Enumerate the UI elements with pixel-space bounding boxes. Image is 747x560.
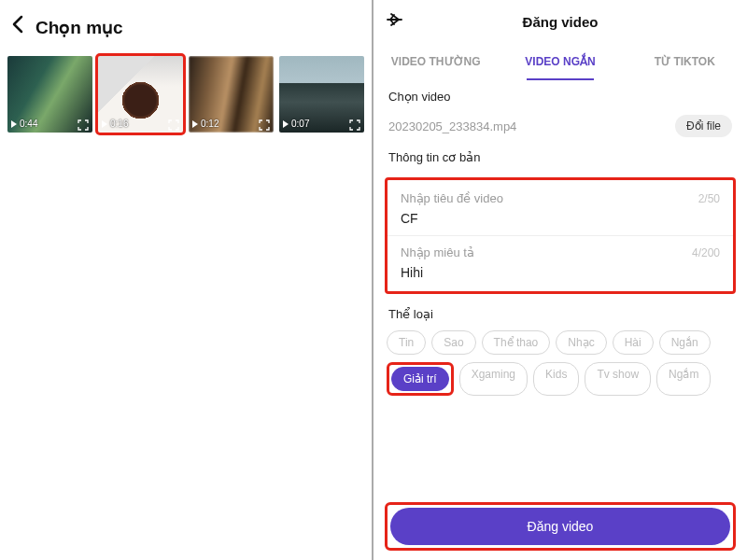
description-field[interactable]: Nhập miêu tả 4/200 Hihi [388,235,733,289]
category-chip[interactable]: Ngắm [656,362,711,396]
category-chips: Tin Sao Thể thao Nhạc Hài Ngắn [387,330,734,355]
left-header: Chọn mục [0,0,372,50]
expand-icon[interactable] [168,118,179,129]
tab-video-thuong[interactable]: VIDEO THƯỜNG [374,43,498,80]
category-chip[interactable]: Tin [387,330,426,355]
char-counter: 2/50 [698,192,720,205]
gallery-picker-screen: Chọn mục 0:44 0:16 [0,0,374,560]
selected-file-name: 20230205_233834.mp4 [388,119,516,133]
title-input-value: CF [401,211,720,226]
category-chip[interactable]: Xgaming [459,362,528,396]
category-chip-selected[interactable]: Giải trí [391,367,449,391]
right-header: Đăng video [374,0,747,43]
char-counter: 4/200 [692,246,720,259]
upload-type-tabs: VIDEO THƯỜNG VIDEO NGẮN TỪ TIKTOK [374,43,747,80]
basic-info-form: Nhập tiêu đề video 2/50 CF Nhập miêu tả … [385,177,736,294]
description-input-value: Hihi [401,265,720,280]
change-file-button[interactable]: Đổi file [675,115,732,137]
expand-icon[interactable] [349,118,360,129]
play-icon [192,120,198,128]
category-chip[interactable]: Thể thao [482,330,551,355]
category-chip[interactable]: Hài [613,330,654,355]
choose-video-section: Chọn video [374,80,747,115]
video-thumb[interactable]: 0:12 [189,56,274,133]
file-row: 20230205_233834.mp4 Đổi file [374,115,747,147]
play-icon [102,120,107,128]
basic-info-section: Thông tin cơ bản [374,147,747,174]
category-chips: Giải trí Xgaming Kids Tv show Ngắm [387,362,734,396]
thumb-duration: 0:07 [291,119,309,129]
expand-icon[interactable] [78,118,89,129]
thumb-duration: 0:16 [110,119,128,129]
section-label: Thông tin cơ bản [388,150,732,164]
thumb-duration: 0:12 [201,119,218,129]
page-title: Đăng video [523,14,599,30]
highlight-annotation: Đăng video [385,502,736,551]
category-section: Thể loại Tin Sao Thể thao Nhạc Hài Ngắn … [374,294,747,396]
highlight-annotation: Giải trí [387,362,454,396]
back-icon[interactable] [387,11,403,33]
category-chip[interactable]: Sao [431,330,475,355]
category-chip[interactable]: Kids [533,362,579,396]
category-chip[interactable]: Ngắn [659,330,711,355]
expand-icon[interactable] [259,118,270,129]
page-title: Chọn mục [35,17,123,38]
video-thumb[interactable]: 0:07 [279,56,364,133]
category-chip[interactable]: Nhạc [556,330,606,355]
field-label: Nhập tiêu đề video [401,191,503,205]
title-field[interactable]: Nhập tiêu đề video 2/50 CF [388,186,733,235]
tab-tu-tiktok[interactable]: TỪ TIKTOK [623,43,747,80]
field-label: Nhập miêu tả [401,245,474,259]
upload-video-screen: Đăng video VIDEO THƯỜNG VIDEO NGẮN TỪ TI… [374,0,747,560]
play-icon [11,120,17,128]
video-thumb[interactable]: 0:44 [7,56,92,133]
section-label: Thể loại [388,307,732,321]
video-thumb[interactable]: 0:16 [98,56,183,133]
play-icon [283,120,289,128]
back-icon[interactable] [11,15,24,39]
video-thumb-list: 0:44 0:16 0:12 [0,50,372,138]
section-label: Chọn video [388,90,732,104]
submit-upload-button[interactable]: Đăng video [390,508,730,545]
category-chip[interactable]: Tv show [585,362,651,396]
thumb-duration: 0:44 [20,119,37,129]
tab-video-ngan[interactable]: VIDEO NGẮN [498,43,622,80]
